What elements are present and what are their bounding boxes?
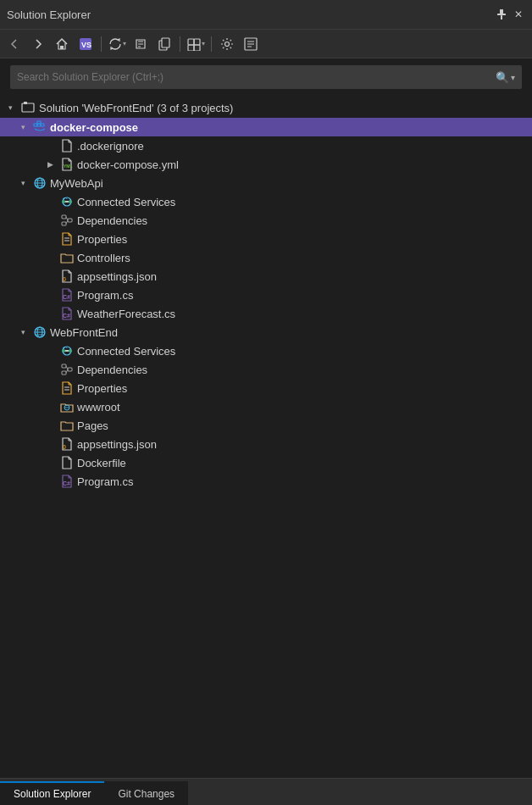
search-bar[interactable]: 🔍 ▾	[10, 65, 522, 89]
settings-button[interactable]	[216, 33, 238, 55]
tree-item-webfrontend-properties[interactable]: Properties	[0, 379, 532, 397]
tree-item-MyWebApi[interactable]: ▾MyWebApi	[0, 174, 532, 192]
label-webfrontend-dependencies: Dependencies	[77, 364, 147, 376]
label-docker-compose-yml: docker-compose.yml	[77, 158, 179, 171]
tree-item-dockerignore[interactable]: .dockerignore	[0, 136, 532, 155]
tree-item-mywebapi-controllers[interactable]: Controllers	[0, 248, 532, 267]
svg-rect-19	[37, 121, 41, 124]
back-button[interactable]	[3, 33, 25, 55]
copy-button[interactable]	[153, 33, 175, 55]
home-button[interactable]	[51, 33, 73, 55]
toolbar: VS ▾ ▾	[0, 30, 532, 58]
title-bar-icons: ✕	[495, 8, 525, 21]
refresh-button[interactable]	[130, 33, 152, 55]
tree-item-webfrontend-program[interactable]: C#Program.cs	[0, 472, 532, 491]
view-dropdown-arrow: ▾	[202, 40, 205, 47]
search-dropdown[interactable]: ▾	[511, 73, 515, 82]
svg-point-46	[69, 349, 72, 353]
tree-item-mywebapi-program[interactable]: C#Program.cs	[0, 286, 532, 304]
svg-rect-7	[162, 38, 169, 47]
tree-item-mywebapi-weatherforecast[interactable]: C#WeatherForecast.cs	[0, 304, 532, 323]
label-mywebapi-connectedservices: Connected Services	[77, 196, 175, 208]
icon-webfrontend-program: C#	[59, 474, 75, 489]
label-docker-compose: docker-compose	[50, 121, 138, 134]
tree-item-docker-compose[interactable]: ▾docker-compose	[0, 118, 532, 136]
tree-item-mywebapi-dependencies[interactable]: Dependencies	[0, 211, 532, 230]
solution-expand-arrow[interactable]: ▾	[3, 101, 17, 114]
icon-WebFrontEnd	[32, 325, 47, 340]
tree-item-webfrontend-pages[interactable]: Pages	[0, 416, 532, 435]
label-webfrontend-pages: Pages	[77, 419, 108, 432]
tab-git-changes[interactable]: Git Changes	[104, 781, 188, 805]
icon-webfrontend-properties	[59, 380, 75, 396]
expand-arrow-docker-compose[interactable]: ▾	[16, 120, 30, 134]
forward-button[interactable]	[27, 33, 49, 55]
pin-icon[interactable]	[495, 8, 508, 21]
icon-mywebapi-program: C#	[59, 287, 75, 303]
vs-icon[interactable]: VS	[75, 33, 97, 55]
close-icon[interactable]: ✕	[512, 8, 525, 21]
icon-docker-compose-yml: YML	[59, 157, 75, 172]
bottom-tabs: Solution Explorer Git Changes	[0, 778, 532, 805]
switch-view-dropdown[interactable]: ▾	[185, 33, 207, 55]
label-mywebapi-appsettings: appsettings.json	[77, 270, 157, 283]
svg-rect-49	[68, 368, 72, 371]
svg-rect-48	[62, 371, 66, 375]
svg-text:VS: VS	[81, 41, 91, 49]
icon-mywebapi-connectedservices	[59, 194, 75, 209]
svg-rect-2	[501, 15, 502, 19]
svg-rect-9	[194, 39, 200, 45]
svg-rect-10	[188, 45, 194, 51]
icon-webfrontend-pages	[59, 418, 75, 433]
svg-text:YML: YML	[64, 164, 73, 169]
expand-arrow-MyWebApi[interactable]: ▾	[16, 176, 30, 190]
tree-item-webfrontend-appsettings[interactable]: {}appsettings.json	[0, 435, 532, 453]
sync-dropdown-arrow: ▾	[123, 40, 126, 47]
tree-item-mywebapi-properties[interactable]: Properties	[0, 230, 532, 248]
svg-point-27	[62, 200, 65, 203]
svg-text:C#: C#	[63, 294, 70, 300]
tree-item-webfrontend-dockerfile[interactable]: Dockerfile	[0, 453, 532, 472]
tree-item-mywebapi-connectedservices[interactable]: Connected Services	[0, 192, 532, 211]
icon-webfrontend-appsettings: {}	[59, 436, 75, 452]
svg-rect-11	[194, 45, 200, 51]
icon-MyWebApi	[32, 175, 47, 191]
solution-icon	[20, 100, 36, 115]
tree-item-mywebapi-appsettings[interactable]: {}appsettings.json	[0, 267, 532, 286]
tab-solution-explorer[interactable]: Solution Explorer	[0, 781, 104, 805]
svg-line-32	[66, 217, 68, 220]
icon-dockerignore	[59, 138, 75, 153]
separator-1	[101, 36, 102, 52]
svg-rect-15	[24, 102, 27, 104]
expand-arrow-WebFrontEnd[interactable]: ▾	[16, 325, 30, 339]
icon-mywebapi-weatherforecast: C#	[59, 306, 75, 321]
label-mywebapi-controllers: Controllers	[77, 252, 130, 264]
svg-rect-3	[60, 46, 64, 49]
svg-rect-31	[68, 219, 72, 222]
svg-rect-29	[62, 215, 66, 219]
label-webfrontend-dockerfile: Dockerfile	[77, 457, 126, 469]
svg-rect-47	[62, 364, 66, 368]
tree-item-WebFrontEnd[interactable]: ▾WebFrontEnd	[0, 323, 532, 341]
tree-items: ▾docker-compose.dockerignore▶YMLdocker-c…	[0, 118, 532, 491]
separator-3	[211, 36, 212, 52]
tree-item-docker-compose-yml[interactable]: ▶YMLdocker-compose.yml	[0, 155, 532, 174]
tree-item-webfrontend-wwwroot[interactable]: wwwroot	[0, 397, 532, 416]
tree-item-webfrontend-connectedservices[interactable]: Connected Services	[0, 341, 532, 360]
svg-text:{}: {}	[63, 444, 66, 449]
label-mywebapi-program: Program.cs	[77, 289, 133, 302]
search-input[interactable]	[17, 71, 496, 83]
svg-rect-18	[41, 124, 44, 126]
label-dockerignore: .dockerignore	[77, 140, 144, 153]
icon-webfrontend-wwwroot	[59, 399, 75, 414]
properties-view-button[interactable]	[240, 33, 262, 55]
title-bar-text: Solution Explorer	[7, 8, 488, 21]
tree-item-webfrontend-dependencies[interactable]: Dependencies	[0, 360, 532, 379]
solution-row[interactable]: ▾ Solution 'WebFrontEnd' (3 of 3 project…	[0, 97, 532, 118]
svg-text:C#: C#	[63, 480, 70, 486]
expand-arrow-docker-compose-yml[interactable]: ▶	[43, 158, 57, 171]
sync-dropdown-button[interactable]: ▾	[106, 33, 128, 55]
label-mywebapi-properties: Properties	[77, 233, 127, 246]
search-icon[interactable]: 🔍	[496, 71, 509, 84]
icon-webfrontend-connectedservices	[59, 343, 75, 358]
